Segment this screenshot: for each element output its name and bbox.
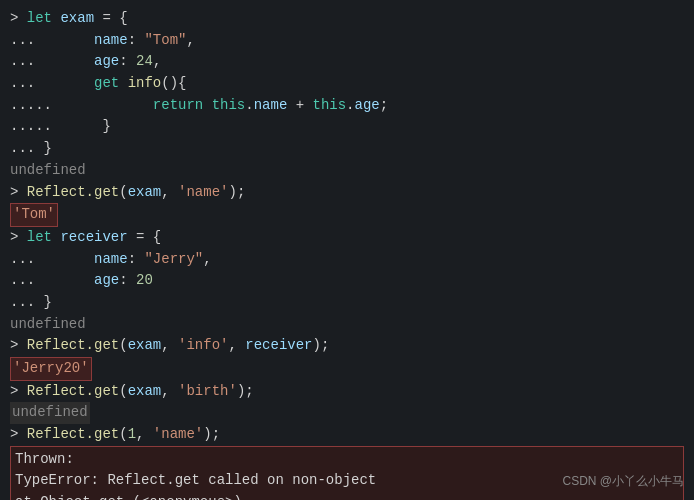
line-5: ..... return this . name + this . age ; <box>10 95 684 117</box>
error-line-thrown: Thrown: <box>15 449 679 471</box>
prop-age-r: age <box>94 270 119 292</box>
indent <box>44 270 94 292</box>
val-jerry: "Jerry" <box>144 249 203 271</box>
arg-one: 1 <box>128 424 136 446</box>
equals: = { <box>128 227 162 249</box>
paren-semi: ); <box>203 424 220 446</box>
line-18: > Reflect.get ( exam , 'birth' ); <box>10 381 684 403</box>
comma: , <box>136 424 153 446</box>
dot1: . <box>245 95 253 117</box>
output-tom: 'Tom' <box>10 203 58 227</box>
indent <box>44 30 94 52</box>
prompt-cont: ... <box>10 73 44 95</box>
output-jerry20: 'Jerry20' <box>10 357 92 381</box>
colon: : <box>128 30 145 52</box>
keyword-let2: let <box>27 227 61 249</box>
comma2: , <box>228 335 245 357</box>
var-exam: exam <box>60 8 94 30</box>
arg-exam2: exam <box>128 335 162 357</box>
reflect-get-2: Reflect.get <box>27 335 119 357</box>
comma: , <box>161 381 178 403</box>
error-at-text: at Object.get (<anonymous>) <box>15 492 242 500</box>
comma: , <box>186 30 194 52</box>
prompt-cont: ... <box>10 292 44 314</box>
prop-name: name <box>94 30 128 52</box>
dot2: . <box>346 95 354 117</box>
arg-info: 'info' <box>178 335 228 357</box>
indent <box>52 116 102 138</box>
indent <box>44 73 94 95</box>
prompt: > <box>10 381 27 403</box>
var-receiver: receiver <box>60 227 127 249</box>
arg-birth: 'birth' <box>178 381 237 403</box>
line-2: ... name : "Tom" , <box>10 30 684 52</box>
reflect-get-4: Reflect.get <box>27 424 119 446</box>
comma: , <box>161 182 178 204</box>
brace-close: } <box>44 138 52 160</box>
line-3: ... age : 24 , <box>10 51 684 73</box>
val-age: 24 <box>136 51 153 73</box>
error-line-at: at Object.get (<anonymous>) <box>15 492 679 500</box>
watermark: CSDN @小丫么小牛马 <box>562 473 684 490</box>
prompt: > <box>10 8 27 30</box>
comma: , <box>161 335 178 357</box>
paren-semi: ); <box>237 381 254 403</box>
this-age: age <box>355 95 380 117</box>
colon: : <box>128 249 145 271</box>
parens: (){ <box>161 73 186 95</box>
line-12: ... name : "Jerry" , <box>10 249 684 271</box>
output-undefined-3: undefined <box>10 402 90 424</box>
paren-semi: ); <box>228 182 245 204</box>
line-17: 'Jerry20' <box>10 357 684 381</box>
plus: + <box>287 95 312 117</box>
line-16: > Reflect.get ( exam , 'info' , receiver… <box>10 335 684 357</box>
reflect-get-1: Reflect.get <box>27 182 119 204</box>
line-11: > let receiver = { <box>10 227 684 249</box>
prompt-cont: ... <box>10 30 44 52</box>
brace-close: } <box>44 292 52 314</box>
paren-open: ( <box>119 424 127 446</box>
line-10: 'Tom' <box>10 203 684 227</box>
output-undefined-1: undefined <box>10 160 86 182</box>
reflect-get-3: Reflect.get <box>27 381 119 403</box>
indent <box>44 249 94 271</box>
line-6: ..... } <box>10 116 684 138</box>
brace-close: } <box>102 116 110 138</box>
this-name: name <box>254 95 288 117</box>
arg-exam: exam <box>128 182 162 204</box>
line-19: undefined <box>10 402 684 424</box>
line-15: undefined <box>10 314 684 336</box>
thrown-label: Thrown: <box>15 449 74 471</box>
line-4: ... get info (){ <box>10 73 684 95</box>
colon: : <box>119 270 136 292</box>
prompt-cont: ... <box>10 270 44 292</box>
paren-open: ( <box>119 182 127 204</box>
prop-name-r: name <box>94 249 128 271</box>
console-output: > let exam = { ... name : "Tom" , ... ag… <box>0 0 694 500</box>
prompt: > <box>10 182 27 204</box>
equals: = { <box>94 8 128 30</box>
prompt-cont: ... <box>10 138 44 160</box>
output-undefined-2: undefined <box>10 314 86 336</box>
line-13: ... age : 20 <box>10 270 684 292</box>
prompt-cont: ..... <box>10 95 52 117</box>
keyword-this1: this <box>212 95 246 117</box>
line-8: undefined <box>10 160 684 182</box>
line-9: > Reflect.get ( exam , 'name' ); <box>10 182 684 204</box>
line-14: ... } <box>10 292 684 314</box>
comma: , <box>203 249 211 271</box>
error-type-text: TypeError: Reflect.get called on non-obj… <box>15 470 376 492</box>
keyword-let: let <box>27 8 61 30</box>
keyword-return: return <box>153 95 212 117</box>
prompt-cont: ... <box>10 249 44 271</box>
keyword-this2: this <box>313 95 347 117</box>
prop-age: age <box>94 51 119 73</box>
paren-semi: ); <box>313 335 330 357</box>
val-age-r: 20 <box>136 270 153 292</box>
arg-name: 'name' <box>178 182 228 204</box>
arg-name2: 'name' <box>153 424 203 446</box>
paren-open: ( <box>119 335 127 357</box>
arg-receiver: receiver <box>245 335 312 357</box>
paren-open: ( <box>119 381 127 403</box>
indent <box>44 51 94 73</box>
